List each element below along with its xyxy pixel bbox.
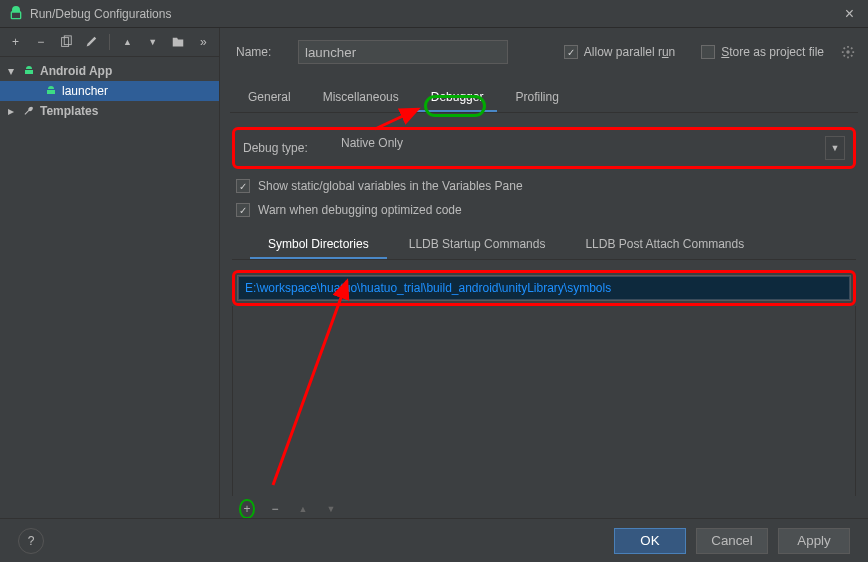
name-input[interactable] xyxy=(298,40,508,64)
checkbox-icon xyxy=(236,179,250,193)
separator xyxy=(109,34,110,50)
left-sidebar: + − ▲ ▼ » ▾ Android App xyxy=(0,28,220,518)
subtab-lldb-startup[interactable]: LLDB Startup Commands xyxy=(391,231,564,259)
debugger-subtabs: Symbol Directories LLDB Startup Commands… xyxy=(232,231,856,260)
checkbox-icon xyxy=(236,203,250,217)
show-static-checkbox[interactable]: Show static/global variables in the Vari… xyxy=(236,179,852,193)
help-button[interactable]: ? xyxy=(18,528,44,554)
tree-label: launcher xyxy=(62,84,108,98)
checkbox-icon xyxy=(564,45,578,59)
android-icon xyxy=(22,64,36,78)
svg-point-2 xyxy=(846,50,850,54)
warn-optimized-checkbox[interactable]: Warn when debugging optimized code xyxy=(236,203,852,217)
tree-item-android-app[interactable]: ▾ Android App xyxy=(0,61,219,81)
name-label: Name: xyxy=(236,45,286,59)
move-up-button[interactable]: ▲ xyxy=(120,34,135,50)
add-config-button[interactable]: + xyxy=(8,34,23,50)
checkbox-icon xyxy=(701,45,715,59)
symbol-list-area[interactable] xyxy=(232,306,856,496)
main-tabs: General Miscellaneous Debugger Profiling xyxy=(230,84,858,113)
android-icon xyxy=(44,84,58,98)
edit-templates-button[interactable] xyxy=(84,34,99,50)
symbol-path-row[interactable]: E:\workspace\huatuo\huatuo_trial\build_a… xyxy=(238,276,850,300)
store-as-project-label: Store as project file xyxy=(721,45,824,59)
remove-symbol-dir-button[interactable]: − xyxy=(266,500,284,518)
folder-button[interactable] xyxy=(170,34,185,50)
copy-config-button[interactable] xyxy=(59,34,74,50)
allow-parallel-checkbox[interactable]: Allow parallel run xyxy=(564,45,675,59)
debug-type-select[interactable]: Native Only xyxy=(335,136,811,160)
android-icon xyxy=(8,6,24,22)
dropdown-arrow-icon[interactable]: ▼ xyxy=(825,136,845,160)
tree-label: Templates xyxy=(40,104,98,118)
tree-label: Android App xyxy=(40,64,112,78)
gear-icon[interactable] xyxy=(840,44,856,60)
move-up-symbol-button[interactable]: ▲ xyxy=(294,500,312,518)
debug-type-label: Debug type: xyxy=(243,141,327,155)
move-down-button[interactable]: ▼ xyxy=(145,34,160,50)
move-down-symbol-button[interactable]: ▼ xyxy=(322,500,340,518)
collapse-icon: ▾ xyxy=(8,64,18,78)
right-panel: Name: Allow parallel run Store as projec… xyxy=(220,28,868,518)
debug-type-row: Debug type: Native Only ▼ xyxy=(232,127,856,169)
symbol-directories-list: E:\workspace\huatuo\huatuo_trial\build_a… xyxy=(232,270,856,306)
tab-profiling[interactable]: Profiling xyxy=(501,84,572,112)
warn-optimized-label: Warn when debugging optimized code xyxy=(258,203,462,217)
ok-button[interactable]: OK xyxy=(614,528,686,554)
cancel-button[interactable]: Cancel xyxy=(696,528,768,554)
apply-button[interactable]: Apply xyxy=(778,528,850,554)
remove-config-button[interactable]: − xyxy=(33,34,48,50)
subtab-symbol-directories[interactable]: Symbol Directories xyxy=(250,231,387,259)
dialog-buttons: ? OK Cancel Apply xyxy=(0,518,868,562)
store-as-project-checkbox[interactable]: Store as project file xyxy=(701,45,824,59)
show-static-label: Show static/global variables in the Vari… xyxy=(258,179,523,193)
subtab-lldb-post-attach[interactable]: LLDB Post Attach Commands xyxy=(567,231,762,259)
tree-item-templates[interactable]: ▸ Templates xyxy=(0,101,219,121)
wrench-icon xyxy=(22,104,36,118)
more-button[interactable]: » xyxy=(196,34,211,50)
tab-debugger[interactable]: Debugger xyxy=(417,84,498,112)
close-icon[interactable]: × xyxy=(839,5,860,23)
tab-miscellaneous[interactable]: Miscellaneous xyxy=(309,84,413,112)
expand-icon: ▸ xyxy=(8,104,18,118)
add-symbol-dir-button[interactable]: + xyxy=(238,500,256,518)
window-title: Run/Debug Configurations xyxy=(30,7,839,21)
tab-general[interactable]: General xyxy=(234,84,305,112)
tree-item-launcher[interactable]: launcher xyxy=(0,81,219,101)
allow-parallel-label: Allow parallel run xyxy=(584,45,675,59)
config-tree: ▾ Android App launcher ▸ Templates xyxy=(0,57,219,518)
config-toolbar: + − ▲ ▼ » xyxy=(0,28,219,57)
